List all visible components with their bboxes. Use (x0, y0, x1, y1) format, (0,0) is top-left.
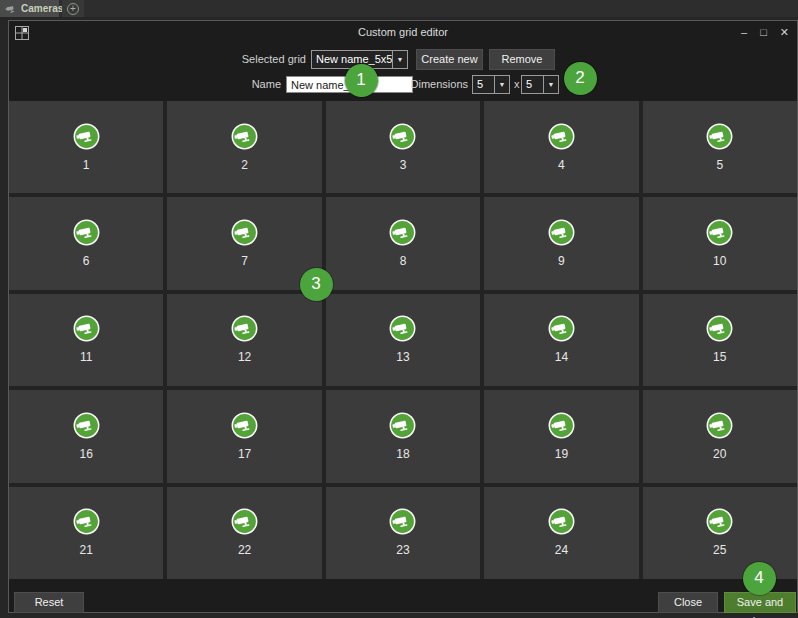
cell-number: 4 (558, 158, 565, 172)
cell-number: 25 (713, 543, 726, 557)
grid-cell[interactable]: 16 (9, 390, 163, 482)
annotation-badge-3: 3 (300, 268, 333, 301)
create-new-button[interactable]: Create new (416, 49, 483, 70)
cell-number: 7 (241, 254, 248, 268)
camera-icon (706, 412, 733, 443)
cell-number: 23 (396, 543, 409, 557)
cell-number: 8 (400, 254, 407, 268)
reset-button[interactable]: Reset (14, 592, 84, 613)
remove-button[interactable]: Remove (489, 49, 555, 70)
close-button[interactable]: Close (658, 592, 718, 613)
cell-number: 15 (713, 350, 726, 364)
cell-number: 24 (555, 543, 568, 557)
camera-icon (706, 315, 733, 346)
tab-label: Cameras (21, 3, 63, 14)
cell-number: 5 (716, 158, 723, 172)
cell-number: 19 (555, 447, 568, 461)
cell-number: 20 (713, 447, 726, 461)
cell-number: 21 (80, 543, 93, 557)
close-icon[interactable]: ✕ (780, 24, 789, 40)
cell-number: 9 (558, 254, 565, 268)
grid-cell[interactable]: 9 (484, 197, 638, 289)
camera-icon (73, 315, 100, 346)
annotation-badge-4: 4 (743, 562, 776, 595)
minimize-icon[interactable]: – (741, 24, 747, 40)
dimensions-rows-value: 5 (522, 76, 543, 93)
camera-icon (73, 508, 100, 539)
cell-number: 17 (238, 447, 251, 461)
grid-cell[interactable]: 13 (326, 294, 480, 386)
maximize-icon[interactable]: □ (760, 24, 767, 40)
camera-icon (706, 123, 733, 154)
grid-cell[interactable]: 22 (167, 487, 321, 579)
tab-bar: Cameras ✕ + (0, 0, 798, 17)
tab-cameras[interactable]: Cameras ✕ (0, 0, 59, 17)
cell-number: 12 (238, 350, 251, 364)
cell-number: 2 (241, 158, 248, 172)
cell-number: 11 (80, 350, 92, 364)
grid-cell[interactable]: 7 (167, 197, 321, 289)
camera-icon (73, 412, 100, 443)
cell-number: 10 (713, 254, 726, 268)
grid-cell[interactable]: 2 (167, 101, 321, 193)
chevron-down-icon[interactable]: ▼ (494, 76, 509, 93)
grid-cell[interactable]: 4 (484, 101, 638, 193)
cell-number: 13 (396, 350, 409, 364)
camera-icon (231, 219, 258, 250)
cell-number: 1 (83, 158, 90, 172)
chevron-down-icon[interactable]: ▼ (543, 76, 558, 93)
grid-cell[interactable]: 21 (9, 487, 163, 579)
camera-icon (389, 412, 416, 443)
grid-cell[interactable]: 20 (643, 390, 797, 482)
cell-number: 18 (396, 447, 409, 461)
grid-cell[interactable]: 11 (9, 294, 163, 386)
cell-number: 14 (555, 350, 568, 364)
camera-icon (389, 123, 416, 154)
annotation-badge-1: 1 (345, 64, 378, 97)
grid-cell[interactable]: 5 (643, 101, 797, 193)
cell-number: 3 (400, 158, 407, 172)
add-tab-button[interactable]: + (62, 0, 84, 17)
grid-cell[interactable]: 10 (643, 197, 797, 289)
selected-grid-label: Selected grid (159, 50, 306, 69)
cell-number: 6 (83, 254, 90, 268)
camera-icon (548, 412, 575, 443)
grid-cell[interactable]: 15 (643, 294, 797, 386)
custom-grid-editor-dialog: Custom grid editor – □ ✕ Selected grid N… (8, 20, 798, 613)
camera-tab-icon (5, 0, 17, 18)
name-label: Name (159, 75, 281, 94)
grid-cell[interactable]: 1 (9, 101, 163, 193)
camera-icon (389, 219, 416, 250)
grid-cell[interactable]: 8 (326, 197, 480, 289)
camera-icon (706, 508, 733, 539)
grid-cell[interactable]: 19 (484, 390, 638, 482)
grid-cell[interactable]: 18 (326, 390, 480, 482)
grid-cell[interactable]: 6 (9, 197, 163, 289)
camera-icon (706, 219, 733, 250)
camera-icon (548, 219, 575, 250)
grid-cell[interactable]: 3 (326, 101, 480, 193)
dimensions-rows-dropdown[interactable]: 5 ▼ (521, 75, 559, 94)
grid-cell[interactable]: 17 (167, 390, 321, 482)
dimensions-separator: x (514, 78, 520, 90)
camera-icon (389, 315, 416, 346)
camera-icon (389, 508, 416, 539)
cell-number: 16 (80, 447, 93, 461)
camera-grid: 1 2 (9, 101, 797, 579)
dimensions-cols-value: 5 (473, 76, 494, 93)
save-and-close-button[interactable]: Save and close (724, 592, 796, 613)
dialog-title: Custom grid editor (9, 26, 797, 38)
grid-cell[interactable]: 14 (484, 294, 638, 386)
annotation-badge-2: 2 (564, 62, 597, 95)
camera-icon (73, 123, 100, 154)
grid-cell[interactable]: 24 (484, 487, 638, 579)
camera-icon (548, 123, 575, 154)
grid-cell[interactable]: 23 (326, 487, 480, 579)
dimensions-cols-dropdown[interactable]: 5 ▼ (472, 75, 510, 94)
grid-cell[interactable]: 25 (643, 487, 797, 579)
grid-cell[interactable]: 12 (167, 294, 321, 386)
cell-number: 22 (238, 543, 251, 557)
chevron-down-icon[interactable]: ▼ (392, 51, 407, 68)
camera-icon (231, 315, 258, 346)
dialog-titlebar: Custom grid editor – □ ✕ (9, 21, 797, 45)
